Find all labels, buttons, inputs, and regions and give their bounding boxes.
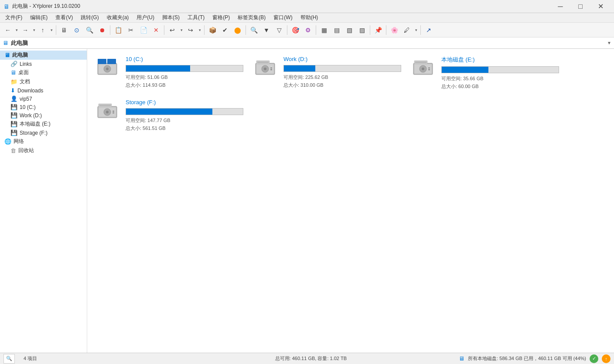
svg-rect-4 <box>98 59 106 64</box>
forward-button[interactable]: → <box>19 24 31 36</box>
drive-info-drive-c: 10 (C:)可用空间: 51.06 GB总大小: 114.93 GB <box>126 56 243 89</box>
menu-item-t[interactable]: 工具(T) <box>184 13 208 22</box>
sidebar-label-network: 网络 <box>14 138 24 145</box>
svg-rect-27 <box>99 105 111 106</box>
filter-button[interactable]: ▼ <box>260 24 273 36</box>
menu-item-u[interactable]: 用户(U) <box>133 13 158 22</box>
menubar: 文件(F)编辑(E)查看(V)跳转(G)收藏夹(a)用户(U)脚本(S)工具(T… <box>0 13 614 23</box>
menu-item-p[interactable]: 窗格(P) <box>209 13 233 22</box>
minimize-button[interactable]: ─ <box>550 0 570 13</box>
menu-item-h[interactable]: 帮助(H) <box>297 13 322 22</box>
sidebar-item-this-pc-header[interactable]: 🖥此电脑 <box>0 51 87 60</box>
menu-item-v[interactable]: 查看(V) <box>52 13 76 22</box>
search-bar[interactable]: 🔍 <box>3 354 15 364</box>
redo-button[interactable]: ↪ <box>184 24 197 36</box>
sidebar-label-documents: 文档 <box>20 78 30 85</box>
drive-info-drive-f: Storage (F:)可用空间: 147.77 GB总大小: 561.51 G… <box>126 99 243 132</box>
menu-item-w[interactable]: 窗口(W) <box>270 13 296 22</box>
drive-image-drive-e <box>410 56 436 78</box>
drive-bar-bg-drive-e <box>441 66 559 73</box>
sidebar-item-links[interactable]: 🔗Links <box>0 60 87 68</box>
sidebar-item-recycle[interactable]: 🗑回收站 <box>0 146 87 155</box>
back-button[interactable]: ← <box>2 24 14 36</box>
close-button[interactable]: ✕ <box>590 0 611 13</box>
filter2-button[interactable]: ▽ <box>273 24 285 36</box>
drive-bar-fill-drive-f <box>126 109 212 115</box>
menu-item-f[interactable]: 文件(F) <box>2 13 26 22</box>
sidebar-item-drive-f[interactable]: 💾Storage (F:) <box>0 129 87 137</box>
sidebar-icon-drive-e: 💾 <box>10 121 17 127</box>
drive-card-drive-c: 10 (C:)可用空间: 51.06 GB总大小: 114.93 GB <box>94 56 243 90</box>
sidebar-icon-desktop: 🖥 <box>10 69 16 76</box>
pack-button[interactable]: 📦 <box>206 24 218 36</box>
menu-item-b[interactable]: 标签页集(B) <box>234 13 269 22</box>
grid4-button[interactable]: ▨ <box>356 24 368 36</box>
sidebar-label-vip57: vip57 <box>20 96 32 102</box>
svg-rect-28 <box>113 111 114 112</box>
sidebar-item-drive-d[interactable]: 💾Work (D:) <box>0 111 87 119</box>
redo-dropdown[interactable]: ▾ <box>197 24 202 36</box>
address-dropdown[interactable]: ▼ <box>607 41 611 45</box>
up-dropdown[interactable]: ▾ <box>49 24 54 36</box>
cursor-button[interactable]: ↗ <box>423 24 435 36</box>
refresh-button[interactable]: 🔍 <box>83 24 96 36</box>
drive-name-drive-f[interactable]: Storage (F:) <box>126 99 243 105</box>
sidebar-item-vip57[interactable]: 👤vip57 <box>0 95 87 103</box>
grid3-button[interactable]: ▧ <box>343 24 355 36</box>
cut-button[interactable]: ✂ <box>125 24 137 36</box>
copy-button[interactable]: 📋 <box>112 24 124 36</box>
undo-dropdown[interactable]: ▾ <box>179 24 184 36</box>
maximize-button[interactable]: □ <box>570 0 590 13</box>
drive-name-drive-c[interactable]: 10 (C:) <box>126 56 243 62</box>
sidebar-item-drive-c[interactable]: 💾10 (C:) <box>0 103 87 111</box>
check-button[interactable]: ✔ <box>219 24 231 36</box>
drive-name-drive-d[interactable]: Work (D:) <box>283 56 401 62</box>
sidebar-item-drive-e[interactable]: 💾本地磁盘 (E:) <box>0 119 87 129</box>
sidebar-label-drive-e: 本地磁盘 (E:) <box>20 120 51 128</box>
svg-point-3 <box>106 68 109 70</box>
edit-dropdown[interactable]: ▾ <box>413 24 419 36</box>
sidebar-icon-links: 🔗 <box>10 61 17 67</box>
flower-button[interactable]: 🌸 <box>388 24 400 36</box>
grid2-button[interactable]: ▤ <box>331 24 343 36</box>
sidebar-item-documents[interactable]: 📁文档 <box>0 77 87 86</box>
undo-button[interactable]: ↩ <box>166 24 178 36</box>
drives-grid: 10 (C:)可用空间: 51.06 GB总大小: 114.93 GB Work… <box>94 56 607 132</box>
svg-rect-19 <box>415 61 426 63</box>
svg-rect-20 <box>428 68 430 68</box>
grid1-button[interactable]: ▦ <box>318 24 330 36</box>
toolbar: ← ▾ → ▾ ↑ ▾ 🖥 ⊙ 🔍 ⏺ 📋 ✂ 📄 ✕ ↩ ▾ ↪ ▾ 📦 ✔ … <box>0 23 614 37</box>
search-button[interactable]: 🔍 <box>248 24 260 36</box>
back-dropdown[interactable]: ▾ <box>14 24 19 36</box>
drive-card-drive-f: Storage (F:)可用空间: 147.77 GB总大小: 561.51 G… <box>94 99 243 132</box>
forward-dropdown[interactable]: ▾ <box>31 24 37 36</box>
menu-item-e[interactable]: 编辑(E) <box>27 13 51 22</box>
menu-item-s[interactable]: 脚本(S) <box>159 13 183 22</box>
target-button[interactable]: 🎯 <box>289 24 301 36</box>
computer-button[interactable]: 🖥 <box>58 24 70 36</box>
menu-item-g[interactable]: 跳转(G) <box>77 13 102 22</box>
sidebar-item-network[interactable]: 🌐网络 <box>0 137 87 146</box>
sidebar-item-desktop[interactable]: 🖥桌面 <box>0 68 87 77</box>
delete-button[interactable]: ✕ <box>150 24 162 36</box>
sidebar-label-downloads: Downloads <box>17 88 43 94</box>
record-button[interactable]: ⏺ <box>96 24 108 36</box>
sidebar-item-downloads[interactable]: ⬇Downloads <box>0 86 87 95</box>
drive-card-drive-e: 本地磁盘 (E:)可用空间: 35.66 GB总大小: 60.00 GB <box>410 56 559 90</box>
home-button[interactable]: ⊙ <box>71 24 83 36</box>
circle-button[interactable]: ⬤ <box>232 24 244 36</box>
drive-stat-drive-c: 可用空间: 51.06 GB总大小: 114.93 GB <box>126 74 243 89</box>
menu-item-a[interactable]: 收藏夹(a) <box>103 13 133 22</box>
sep10 <box>420 25 421 35</box>
paste-button[interactable]: 📄 <box>137 24 150 36</box>
edit-button[interactable]: 🖊 <box>401 24 413 36</box>
sep3 <box>164 25 164 35</box>
drive-name-drive-e[interactable]: 本地磁盘 (E:) <box>441 56 559 64</box>
sidebar-icon-drive-f: 💾 <box>10 129 17 136</box>
titlebar: 🖥 此电脑 - XYplorer 19.10.0200 ─ □ ✕ <box>0 0 614 13</box>
gear-button[interactable]: ⚙ <box>302 24 314 36</box>
sep9 <box>386 25 386 35</box>
up-button[interactable]: ↑ <box>37 24 49 36</box>
pin-button[interactable]: 📌 <box>372 24 384 36</box>
content-area: 10 (C:)可用空间: 51.06 GB总大小: 114.93 GB Work… <box>87 49 614 353</box>
